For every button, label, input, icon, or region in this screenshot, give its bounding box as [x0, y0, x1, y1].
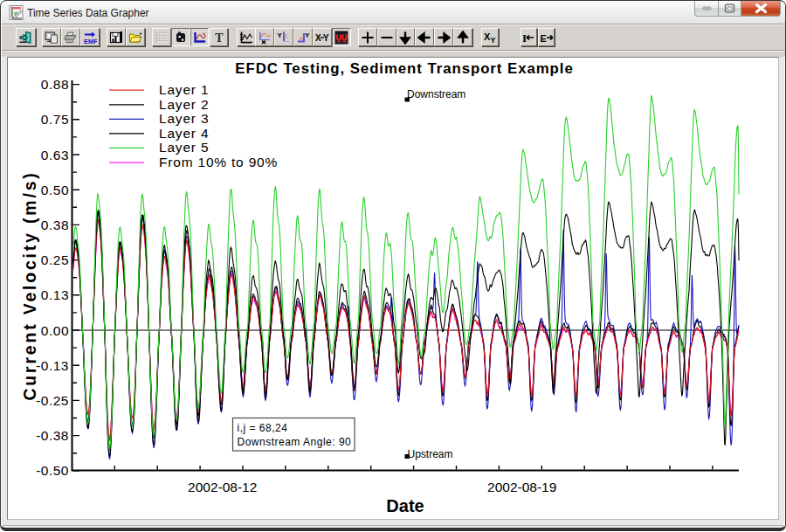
- svg-text:Layer 3: Layer 3: [159, 111, 209, 126]
- svg-text:Layer 2: Layer 2: [159, 97, 209, 112]
- svg-text:Current Velocity (m/s): Current Velocity (m/s): [20, 170, 39, 400]
- svg-text:-0.13: -0.13: [36, 358, 69, 373]
- svg-text:0.13: 0.13: [41, 287, 69, 302]
- svg-text:2002-08-12: 2002-08-12: [188, 480, 257, 494]
- svg-text:Date: Date: [386, 496, 424, 515]
- svg-text:Layer 5: Layer 5: [159, 140, 209, 155]
- svg-text:0.50: 0.50: [41, 183, 69, 197]
- svg-text:-0.38: -0.38: [36, 428, 69, 443]
- svg-text:Upstream: Upstream: [408, 448, 453, 460]
- svg-text:-0.25: -0.25: [36, 393, 69, 408]
- svg-text:0.00: 0.00: [41, 323, 69, 338]
- svg-text:Downstream Angle: 90: Downstream Angle: 90: [238, 436, 352, 448]
- svg-text:Downstream: Downstream: [407, 88, 465, 100]
- svg-text:Layer 4: Layer 4: [159, 126, 209, 141]
- svg-text:0.63: 0.63: [41, 148, 69, 162]
- svg-text:i,j = 68,24: i,j = 68,24: [238, 422, 288, 434]
- svg-text:Layer 1: Layer 1: [159, 82, 209, 97]
- svg-text:0.75: 0.75: [41, 112, 69, 127]
- svg-text:0.38: 0.38: [41, 218, 69, 232]
- svg-text:From 10% to 90%: From 10% to 90%: [159, 155, 278, 169]
- svg-text:2002-08-19: 2002-08-19: [487, 480, 556, 494]
- svg-text:0.25: 0.25: [41, 252, 69, 267]
- svg-text:0.88: 0.88: [41, 77, 69, 92]
- svg-text:EFDC Testing, Sediment Transpo: EFDC Testing, Sediment Transport Example: [235, 60, 573, 77]
- svg-text:-0.50: -0.50: [36, 463, 69, 478]
